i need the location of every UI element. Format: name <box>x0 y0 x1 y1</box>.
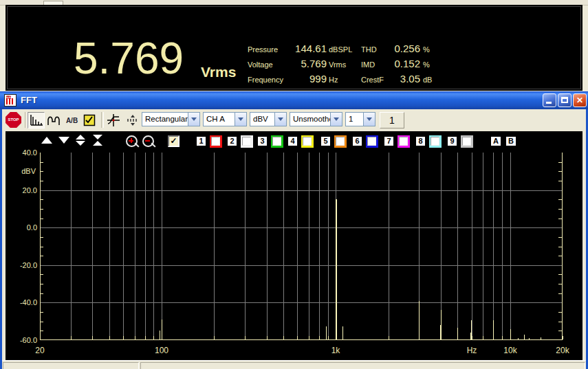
smoothing-select[interactable]: Unsmoothed <box>290 112 342 126</box>
channel-color-checkbox-1[interactable] <box>210 135 222 148</box>
axis-right <box>562 153 563 340</box>
y-tick <box>558 293 562 294</box>
y-tick <box>41 312 43 313</box>
minimize-button[interactable] <box>543 93 556 107</box>
gridline-vertical <box>483 153 483 340</box>
channel-color-checkbox-8[interactable] <box>429 135 442 148</box>
checkbox-field <box>399 137 408 146</box>
channel-button-8[interactable]: 8 <box>415 136 426 146</box>
checkbox-field <box>367 137 376 146</box>
spectrum-peak <box>493 320 494 339</box>
compress-range-button[interactable] <box>93 135 102 146</box>
channel-button-7[interactable]: 7 <box>384 136 394 146</box>
spectrum-view-button[interactable] <box>28 112 45 128</box>
gridline-vertical <box>502 153 503 340</box>
gridline-vertical <box>109 153 110 340</box>
gridline-vertical <box>283 153 284 340</box>
spectrum-plot[interactable] <box>40 153 563 340</box>
x-tick <box>319 336 320 339</box>
y-tick-label: 20.0 <box>6 186 37 194</box>
readout-value: 3.05 <box>380 73 420 85</box>
channel-color-checkbox-9[interactable] <box>461 135 473 148</box>
y-tick <box>558 247 562 247</box>
y-tick <box>558 237 562 238</box>
close-button[interactable]: ✕ <box>573 93 587 107</box>
readout-unit: Hz <box>329 76 338 84</box>
y-tick <box>558 199 562 200</box>
x-tick <box>135 336 135 339</box>
y-tick-label: -20.0 <box>6 261 37 269</box>
channel-button-1[interactable]: 1 <box>196 136 206 146</box>
maximize-button[interactable] <box>558 93 571 107</box>
y-tick <box>558 209 562 210</box>
checkbox-field <box>211 137 220 146</box>
y-tick <box>41 209 43 210</box>
checkbox-field <box>272 137 281 146</box>
bandpass-icon <box>47 114 62 126</box>
status-bar <box>2 360 586 369</box>
peak-markers-button[interactable] <box>124 112 141 128</box>
y-tick <box>558 181 562 181</box>
gridline-vertical <box>297 153 298 340</box>
memory-button-A[interactable]: A <box>490 136 501 146</box>
readout-label: Frequency <box>248 76 289 84</box>
y-tick <box>558 219 562 219</box>
channel-button-6[interactable]: 6 <box>352 136 362 146</box>
y-tick <box>558 331 562 331</box>
ab-icon: A/B <box>66 117 78 124</box>
channel-color-checkbox-3[interactable] <box>271 135 283 148</box>
x-tick <box>563 336 563 339</box>
chevron-down-icon <box>330 113 342 126</box>
readout-value: 0.256 <box>380 43 420 54</box>
channel-button-9[interactable]: 9 <box>447 136 457 146</box>
gridline-vertical <box>92 153 93 340</box>
spectrum-peak <box>510 329 511 339</box>
window-function-select[interactable]: Rectangular <box>142 112 200 126</box>
channel-button-5[interactable]: 5 <box>320 136 331 146</box>
options-checklist-button[interactable] <box>81 112 98 128</box>
y-tick <box>558 322 562 322</box>
channel-button-3[interactable]: 3 <box>257 136 268 146</box>
window-border-left <box>0 109 2 369</box>
channel-select[interactable]: CH A <box>203 112 247 126</box>
transfer-function-button[interactable] <box>105 112 122 128</box>
gridline-vertical <box>145 153 146 340</box>
y-tick <box>41 256 43 256</box>
x-tick <box>472 336 472 339</box>
screen: 5.769 Vrms Pressure144.61dBSPLVoltage5.7… <box>0 0 588 369</box>
checkbox-field <box>462 137 471 146</box>
expand-range-button[interactable] <box>76 135 85 146</box>
gridline-vertical <box>328 153 329 340</box>
y-tick <box>558 284 562 284</box>
averages-select[interactable]: 1 <box>345 112 375 126</box>
zoom-in-button[interactable] <box>126 135 138 147</box>
gridline-vertical <box>457 153 458 340</box>
bandpass-view-button[interactable] <box>45 112 63 128</box>
stop-button[interactable]: STOP <box>6 112 21 128</box>
y-tick <box>41 284 43 284</box>
scale-down-arrow-button[interactable] <box>58 137 69 144</box>
spectrum-peak <box>336 199 337 339</box>
channel-color-checkbox-6[interactable] <box>366 135 378 148</box>
fft-window-icon[interactable]: fft <box>4 94 17 107</box>
checkbox-field <box>242 137 251 146</box>
units-select[interactable]: dBV <box>250 112 287 126</box>
y-tick <box>41 199 43 200</box>
trace-visible-checkbox[interactable]: ✓ <box>168 135 179 147</box>
checkbox-field <box>431 137 439 146</box>
channel-color-checkbox-4[interactable] <box>301 135 314 148</box>
zoom-out-button[interactable] <box>142 135 154 147</box>
x-tick <box>123 336 124 339</box>
channel-button-4[interactable]: 4 <box>287 136 298 146</box>
scale-up-arrow-button[interactable] <box>41 137 52 144</box>
channel-color-checkbox-5[interactable] <box>334 135 347 148</box>
y-tick-label: -60.0 <box>6 336 37 344</box>
y-tick <box>41 181 43 181</box>
channel-color-checkbox-2[interactable] <box>241 135 253 148</box>
y-tick <box>558 162 562 163</box>
gridline-vertical <box>472 153 472 340</box>
memory-button-B[interactable]: B <box>505 136 516 146</box>
channel-color-checkbox-7[interactable] <box>398 135 410 148</box>
ab-compare-button[interactable]: A/B <box>63 112 80 128</box>
channel-button-2[interactable]: 2 <box>227 136 237 146</box>
